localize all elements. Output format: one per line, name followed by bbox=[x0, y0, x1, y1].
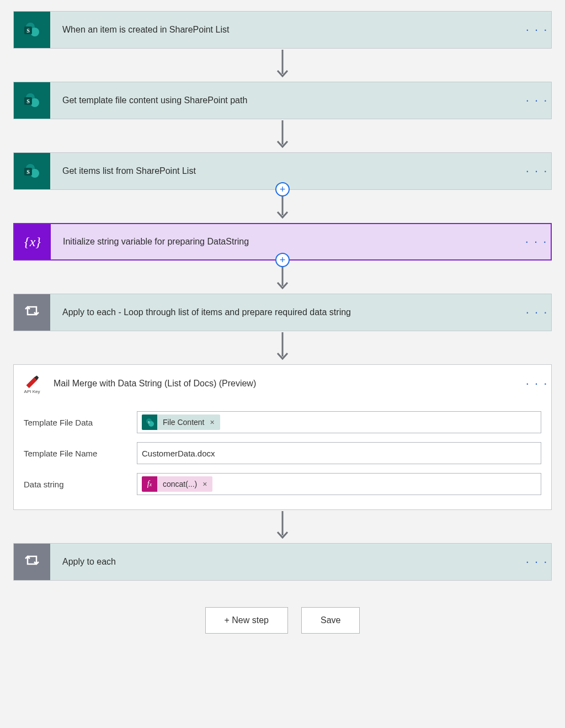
step-title: Get template file content using SharePoi… bbox=[50, 95, 523, 105]
token-sp[interactable]: sFile Content× bbox=[142, 415, 220, 430]
svg-marker-17 bbox=[26, 378, 37, 388]
flow-step-s7[interactable]: Apply to each· · · bbox=[13, 543, 552, 581]
flow-step-s6[interactable]: API KeyMail Merge with Data String (List… bbox=[13, 364, 552, 510]
connector-arrow bbox=[274, 510, 291, 543]
field-label-data-string: Data string bbox=[24, 480, 137, 489]
step-menu-s4[interactable]: · · · bbox=[522, 235, 551, 249]
flow-step-s5[interactable]: Apply to each - Loop through list of ite… bbox=[13, 294, 552, 331]
add-step-button[interactable]: + bbox=[275, 182, 290, 196]
step-menu-s7[interactable]: · · · bbox=[523, 555, 551, 569]
connector bbox=[13, 510, 552, 543]
connector: + bbox=[13, 190, 552, 223]
apikey-icon: API Key bbox=[14, 365, 50, 402]
step-menu-s1[interactable]: · · · bbox=[523, 23, 551, 37]
step-title: Apply to each - Loop through list of ite… bbox=[50, 307, 523, 317]
connector bbox=[13, 119, 552, 152]
connector-arrow bbox=[274, 331, 291, 364]
token-fx[interactable]: fxconcat(...)× bbox=[142, 476, 212, 492]
flow-step-s1[interactable]: SWhen an item is created in SharePoint L… bbox=[13, 11, 552, 49]
field-data-string[interactable]: fxconcat(...)× bbox=[137, 473, 541, 495]
step-title: Initialize string variable for preparing… bbox=[51, 237, 522, 247]
svg-text:S: S bbox=[26, 169, 30, 175]
step-menu-s5[interactable]: · · · bbox=[523, 305, 551, 320]
sharepoint-icon: S bbox=[14, 153, 50, 189]
token-remove[interactable]: × bbox=[201, 480, 212, 488]
token-icon: fx bbox=[142, 476, 157, 492]
svg-text:S: S bbox=[26, 28, 30, 34]
token-remove[interactable]: × bbox=[209, 418, 220, 427]
connector bbox=[13, 331, 552, 364]
field-label-template-data: Template File Data bbox=[24, 418, 137, 427]
svg-text:s: s bbox=[148, 419, 150, 424]
connector-arrow bbox=[274, 49, 291, 82]
new-step-button[interactable]: + New step bbox=[205, 607, 288, 634]
token-label: File Content bbox=[157, 416, 209, 429]
step-title: Apply to each bbox=[50, 557, 523, 567]
field-template-data[interactable]: sFile Content× bbox=[137, 411, 541, 433]
sharepoint-icon: S bbox=[14, 12, 50, 48]
token-label: concat(...) bbox=[157, 477, 201, 491]
connector: + bbox=[13, 261, 552, 294]
flow-step-s2[interactable]: SGet template file content using SharePo… bbox=[13, 82, 552, 119]
field-template-name[interactable]: CustomerData.docx bbox=[137, 442, 541, 464]
loop-icon bbox=[14, 294, 50, 331]
token-icon: s bbox=[142, 415, 157, 430]
step-title: When an item is created in SharePoint Li… bbox=[50, 25, 523, 35]
add-step-button[interactable]: + bbox=[275, 253, 290, 267]
step-title: Get items list from SharePoint List bbox=[50, 166, 523, 176]
field-label-template-name: Template File Name bbox=[24, 449, 137, 458]
step-title: Mail Merge with Data String (List of Doc… bbox=[50, 379, 523, 389]
loop-icon bbox=[14, 544, 50, 580]
connector-arrow bbox=[274, 119, 291, 152]
svg-text:S: S bbox=[26, 98, 30, 104]
step-menu-s6[interactable]: · · · bbox=[523, 376, 551, 391]
sharepoint-icon: S bbox=[14, 82, 50, 119]
step-menu-s3[interactable]: · · · bbox=[523, 164, 551, 178]
save-button[interactable]: Save bbox=[301, 607, 360, 634]
step-menu-s2[interactable]: · · · bbox=[523, 93, 551, 108]
connector bbox=[13, 49, 552, 82]
variable-icon: {x} bbox=[14, 224, 51, 259]
